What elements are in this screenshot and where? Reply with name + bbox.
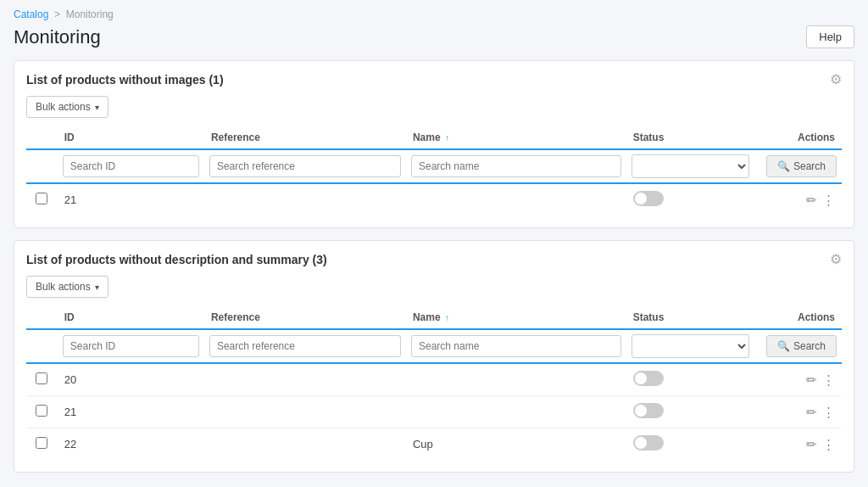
search-id-input-2[interactable] bbox=[63, 335, 199, 357]
th-id-1: ID bbox=[58, 126, 204, 149]
edit-icon[interactable]: ✏ bbox=[806, 372, 817, 388]
th-name-1: Name ↑ bbox=[406, 126, 626, 149]
page-header: Monitoring Help bbox=[14, 25, 854, 48]
action-icons: ✏ ⋮ bbox=[761, 372, 835, 388]
th-actions-2: Actions bbox=[754, 306, 842, 329]
section-header-1: List of products without images (1) ⚙ bbox=[26, 71, 842, 87]
row-checkbox[interactable] bbox=[36, 372, 47, 384]
sort-icon-name-2[interactable]: ↑ bbox=[445, 313, 449, 322]
sort-icon-name-1[interactable]: ↑ bbox=[445, 133, 449, 143]
table-row: 22 Cup ✏ ⋮ bbox=[26, 428, 842, 461]
search-ref-cell-1 bbox=[204, 149, 406, 183]
row-checkbox[interactable] bbox=[36, 437, 47, 449]
th-actions-1: Actions bbox=[754, 126, 842, 149]
section-header-2: List of products without description and… bbox=[26, 251, 842, 267]
row-status bbox=[626, 183, 754, 216]
status-toggle[interactable] bbox=[633, 403, 664, 418]
row-checkbox[interactable] bbox=[36, 193, 47, 204]
table-row: 21 ✏ ⋮ bbox=[26, 396, 842, 428]
products-no-description-table: ID Reference Name ↑ Status Actions bbox=[26, 306, 842, 460]
search-button-1[interactable]: 🔍 Search bbox=[766, 155, 837, 177]
more-icon[interactable]: ⋮ bbox=[822, 437, 835, 452]
row-reference bbox=[204, 363, 406, 396]
th-id-2: ID bbox=[58, 306, 204, 329]
th-name-2: Name ↑ bbox=[406, 306, 626, 329]
search-status-cell-2: Active Inactive bbox=[626, 329, 754, 363]
row-name bbox=[406, 183, 626, 216]
gear-icon-2[interactable]: ⚙ bbox=[830, 251, 842, 267]
row-actions: ✏ ⋮ bbox=[754, 183, 842, 216]
row-name bbox=[406, 396, 626, 428]
search-id-input-1[interactable] bbox=[63, 155, 199, 177]
page-title: Monitoring bbox=[14, 26, 101, 48]
breadcrumb-catalog[interactable]: Catalog bbox=[14, 8, 48, 20]
search-id-cell-2 bbox=[58, 329, 204, 363]
row-actions: ✏ ⋮ bbox=[754, 396, 842, 428]
status-toggle[interactable] bbox=[633, 435, 664, 451]
table-row: 20 ✏ ⋮ bbox=[26, 363, 842, 396]
row-check bbox=[26, 396, 58, 428]
gear-icon-1[interactable]: ⚙ bbox=[830, 71, 842, 87]
section-card-1: List of products without images (1) ⚙ Bu… bbox=[14, 60, 854, 228]
row-id: 20 bbox=[58, 363, 204, 396]
products-no-images-table: ID Reference Name ↑ Status Actions bbox=[26, 126, 842, 216]
section-card-2: List of products without description and… bbox=[14, 240, 854, 473]
row-id: 21 bbox=[58, 183, 204, 216]
th-reference-1: Reference bbox=[204, 126, 406, 149]
row-reference bbox=[204, 396, 406, 428]
search-action-cell-1: 🔍 Search bbox=[754, 149, 842, 183]
search-row-1: Active Inactive 🔍 Search bbox=[26, 149, 842, 183]
edit-icon[interactable]: ✏ bbox=[806, 193, 817, 208]
bulk-actions-button-2[interactable]: Bulk actions ▾ bbox=[26, 276, 108, 298]
bulk-actions-label-1: Bulk actions bbox=[36, 101, 91, 113]
row-checkbox[interactable] bbox=[36, 405, 47, 417]
chevron-down-icon-1: ▾ bbox=[95, 103, 99, 112]
row-name: Cup bbox=[406, 428, 626, 461]
search-check-2 bbox=[26, 329, 58, 363]
page-wrapper: Catalog > Monitoring Monitoring Help Lis… bbox=[0, 0, 868, 487]
search-reference-input-1[interactable] bbox=[209, 155, 401, 177]
section-title-1: List of products without images (1) bbox=[26, 73, 224, 87]
bulk-actions-label-2: Bulk actions bbox=[36, 281, 91, 293]
breadcrumb-current: Monitoring bbox=[66, 8, 114, 20]
help-button[interactable]: Help bbox=[806, 25, 854, 48]
edit-icon[interactable]: ✏ bbox=[806, 437, 817, 452]
status-toggle[interactable] bbox=[633, 191, 664, 206]
search-id-cell-1 bbox=[58, 149, 204, 183]
more-icon[interactable]: ⋮ bbox=[822, 405, 835, 420]
more-icon[interactable]: ⋮ bbox=[822, 193, 835, 208]
bulk-actions-button-1[interactable]: Bulk actions ▾ bbox=[26, 96, 108, 118]
th-status-2: Status bbox=[626, 306, 754, 329]
action-icons: ✏ ⋮ bbox=[761, 437, 835, 452]
edit-icon[interactable]: ✏ bbox=[806, 405, 817, 420]
table-row: 21 ✏ ⋮ bbox=[26, 183, 842, 216]
search-name-input-1[interactable] bbox=[411, 155, 621, 177]
row-check bbox=[26, 428, 58, 461]
search-icon-1: 🔍 bbox=[777, 160, 790, 172]
search-name-input-2[interactable] bbox=[411, 335, 621, 357]
row-check bbox=[26, 363, 58, 396]
search-reference-input-2[interactable] bbox=[209, 335, 401, 357]
row-reference bbox=[204, 183, 406, 216]
search-icon-2: 🔍 bbox=[777, 340, 790, 352]
search-button-2[interactable]: 🔍 Search bbox=[766, 335, 837, 357]
action-icons: ✏ ⋮ bbox=[761, 193, 835, 208]
breadcrumb: Catalog > Monitoring bbox=[14, 8, 854, 20]
row-check bbox=[26, 183, 58, 216]
more-icon[interactable]: ⋮ bbox=[822, 372, 835, 388]
th-status-1: Status bbox=[626, 126, 754, 149]
row-reference bbox=[204, 428, 406, 461]
status-select-1[interactable]: Active Inactive bbox=[632, 154, 749, 178]
search-action-cell-2: 🔍 Search bbox=[754, 329, 842, 363]
row-status bbox=[626, 363, 754, 396]
th-check-2 bbox=[26, 306, 58, 329]
action-icons: ✏ ⋮ bbox=[761, 405, 835, 420]
status-toggle[interactable] bbox=[633, 371, 664, 386]
row-status bbox=[626, 428, 754, 461]
status-select-2[interactable]: Active Inactive bbox=[632, 334, 749, 358]
search-ref-cell-2 bbox=[204, 329, 406, 363]
search-name-cell-1 bbox=[406, 149, 626, 183]
row-id: 21 bbox=[58, 396, 204, 428]
section-title-2: List of products without description and… bbox=[26, 253, 327, 266]
th-check-1 bbox=[26, 126, 58, 149]
